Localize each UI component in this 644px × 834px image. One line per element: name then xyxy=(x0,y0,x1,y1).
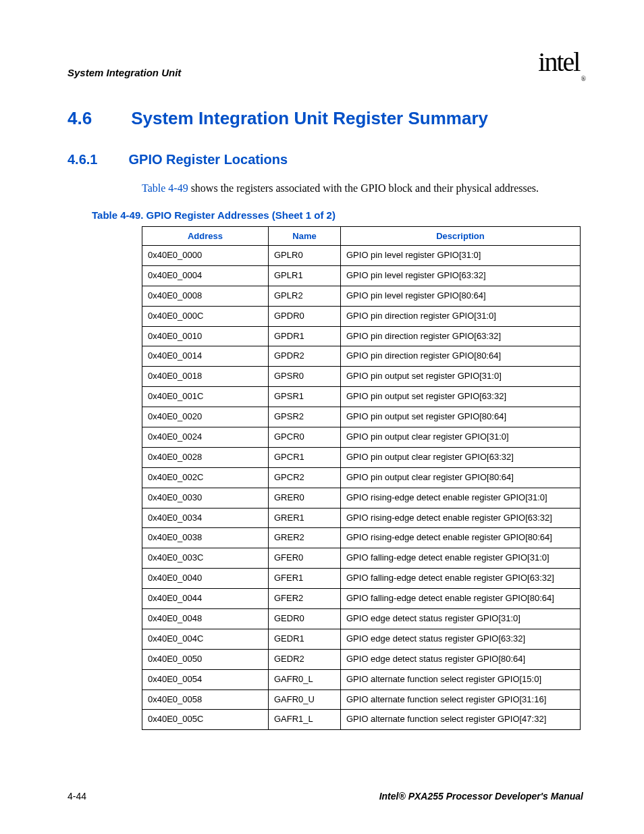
table-row: 0x40E0_0048GEDR0GPIO edge detect status … xyxy=(142,609,581,629)
table-row: 0x40E0_002CGPCR2GPIO pin output clear re… xyxy=(142,467,581,488)
cell-description: GPIO edge detect status register GPIO[80… xyxy=(341,649,581,669)
table-ref-link[interactable]: Table 4-49 xyxy=(142,182,188,194)
cell-name: GPDR1 xyxy=(269,326,341,346)
cell-description: GPIO falling-edge detect enable register… xyxy=(341,548,581,569)
cell-address: 0x40E0_0008 xyxy=(142,286,269,306)
col-header-address: Address xyxy=(142,227,269,246)
cell-description: GPIO pin output clear register GPIO[80:6… xyxy=(341,467,581,488)
cell-address: 0x40E0_0028 xyxy=(142,447,269,467)
cell-name: GPSR1 xyxy=(269,387,341,407)
cell-address: 0x40E0_001C xyxy=(142,387,269,407)
table-row: 0x40E0_0058GAFR0_UGPIO alternate functio… xyxy=(142,689,581,710)
cell-description: GPIO pin output clear register GPIO[63:3… xyxy=(341,447,581,467)
cell-address: 0x40E0_0038 xyxy=(142,528,269,548)
table-row: 0x40E0_0054GAFR0_LGPIO alternate functio… xyxy=(142,669,581,689)
heading-1-text: System Integration Unit Register Summary xyxy=(131,108,488,129)
cell-description: GPIO pin direction register GPIO[31:0] xyxy=(341,306,581,326)
cell-name: GRER2 xyxy=(269,528,341,548)
cell-address: 0x40E0_0034 xyxy=(142,508,269,528)
table-row: 0x40E0_0020GPSR2GPIO pin output set regi… xyxy=(142,407,581,427)
cell-name: GPLR1 xyxy=(269,265,341,286)
table-row: 0x40E0_0044GFER2GPIO falling-edge detect… xyxy=(142,589,581,609)
cell-address: 0x40E0_0004 xyxy=(142,265,269,286)
table-header-row: Address Name Description xyxy=(142,227,581,246)
heading-2: 4.6.1 GPIO Register Locations xyxy=(68,152,583,167)
cell-address: 0x40E0_0000 xyxy=(142,246,269,266)
cell-description: GPIO alternate function select register … xyxy=(341,710,581,730)
cell-name: GRER0 xyxy=(269,488,341,508)
cell-name: GEDR0 xyxy=(269,609,341,629)
cell-description: GPIO pin output set register GPIO[31:0] xyxy=(341,367,581,387)
cell-address: 0x40E0_000C xyxy=(142,306,269,326)
intro-paragraph: Table 4-49 shows the registers associate… xyxy=(142,182,583,194)
cell-description: GPIO pin output set register GPIO[63:32] xyxy=(341,387,581,407)
heading-2-text: GPIO Register Locations xyxy=(128,152,288,167)
table-row: 0x40E0_0018GPSR0GPIO pin output set regi… xyxy=(142,367,581,387)
cell-name: GAFR0_L xyxy=(269,669,341,689)
cell-description: GPIO pin level register GPIO[63:32] xyxy=(341,265,581,286)
cell-name: GFER1 xyxy=(269,569,341,589)
table-row: 0x40E0_001CGPSR1GPIO pin output set regi… xyxy=(142,387,581,407)
cell-name: GEDR1 xyxy=(269,629,341,649)
footer-doc-title: Intel® PXA255 Processor Developer's Manu… xyxy=(379,791,583,802)
table-row: 0x40E0_0040GFER1GPIO falling-edge detect… xyxy=(142,569,581,589)
heading-1: 4.6 System Integration Unit Register Sum… xyxy=(68,108,583,129)
heading-2-number: 4.6.1 xyxy=(68,152,97,167)
table-row: 0x40E0_0000GPLR0GPIO pin level register … xyxy=(142,246,581,266)
intel-logo-text: intel xyxy=(538,47,579,77)
cell-address: 0x40E0_005C xyxy=(142,710,269,730)
table-row: 0x40E0_0008GPLR2GPIO pin level register … xyxy=(142,286,581,306)
footer-page-number: 4-44 xyxy=(68,791,86,802)
cell-name: GPCR1 xyxy=(269,447,341,467)
cell-address: 0x40E0_003C xyxy=(142,548,269,569)
cell-address: 0x40E0_0020 xyxy=(142,407,269,427)
table-row: 0x40E0_0028GPCR1GPIO pin output clear re… xyxy=(142,447,581,467)
cell-name: GFER2 xyxy=(269,589,341,609)
cell-name: GPDR0 xyxy=(269,306,341,326)
cell-name: GEDR2 xyxy=(269,649,341,669)
cell-description: GPIO falling-edge detect enable register… xyxy=(341,589,581,609)
cell-name: GRER1 xyxy=(269,508,341,528)
table-row: 0x40E0_0010GPDR1GPIO pin direction regis… xyxy=(142,326,581,346)
cell-description: GPIO alternate function select register … xyxy=(341,669,581,689)
cell-name: GAFR0_U xyxy=(269,689,341,710)
cell-description: GPIO pin direction register GPIO[80:64] xyxy=(341,346,581,367)
table-row: 0x40E0_0030GRER0GPIO rising-edge detect … xyxy=(142,488,581,508)
cell-name: GPCR0 xyxy=(269,427,341,448)
heading-1-number: 4.6 xyxy=(68,108,92,129)
cell-address: 0x40E0_0048 xyxy=(142,609,269,629)
cell-address: 0x40E0_0030 xyxy=(142,488,269,508)
cell-address: 0x40E0_0044 xyxy=(142,589,269,609)
cell-address: 0x40E0_0058 xyxy=(142,689,269,710)
cell-description: GPIO edge detect status register GPIO[31… xyxy=(341,609,581,629)
cell-description: GPIO alternate function select register … xyxy=(341,689,581,710)
cell-address: 0x40E0_0054 xyxy=(142,669,269,689)
cell-description: GPIO pin output clear register GPIO[31:0… xyxy=(341,427,581,448)
cell-description: GPIO edge detect status register GPIO[63… xyxy=(341,629,581,649)
cell-address: 0x40E0_0040 xyxy=(142,569,269,589)
cell-description: GPIO rising-edge detect enable register … xyxy=(341,488,581,508)
table-row: 0x40E0_005CGAFR1_LGPIO alternate functio… xyxy=(142,710,581,730)
header-section-title: System Integration Unit xyxy=(68,67,181,78)
table-row: 0x40E0_000CGPDR0GPIO pin direction regis… xyxy=(142,306,581,326)
cell-description: GPIO falling-edge detect enable register… xyxy=(341,569,581,589)
col-header-description: Description xyxy=(341,227,581,246)
intel-logo-mark: ® xyxy=(581,75,585,82)
cell-description: GPIO rising-edge detect enable register … xyxy=(341,528,581,548)
cell-description: GPIO rising-edge detect enable register … xyxy=(341,508,581,528)
cell-name: GPLR2 xyxy=(269,286,341,306)
page-header: System Integration Unit intel® xyxy=(68,46,583,78)
table-row: 0x40E0_0014GPDR2GPIO pin direction regis… xyxy=(142,346,581,367)
cell-name: GPCR2 xyxy=(269,467,341,488)
cell-description: GPIO pin level register GPIO[31:0] xyxy=(341,246,581,266)
cell-address: 0x40E0_004C xyxy=(142,629,269,649)
table-row: 0x40E0_0004GPLR1GPIO pin level register … xyxy=(142,265,581,286)
cell-name: GPDR2 xyxy=(269,346,341,367)
table-row: 0x40E0_003CGFER0GPIO falling-edge detect… xyxy=(142,548,581,569)
table-row: 0x40E0_0050GEDR2GPIO edge detect status … xyxy=(142,649,581,669)
col-header-name: Name xyxy=(269,227,341,246)
cell-name: GPSR0 xyxy=(269,367,341,387)
cell-address: 0x40E0_0050 xyxy=(142,649,269,669)
cell-description: GPIO pin level register GPIO[80:64] xyxy=(341,286,581,306)
cell-name: GFER0 xyxy=(269,548,341,569)
